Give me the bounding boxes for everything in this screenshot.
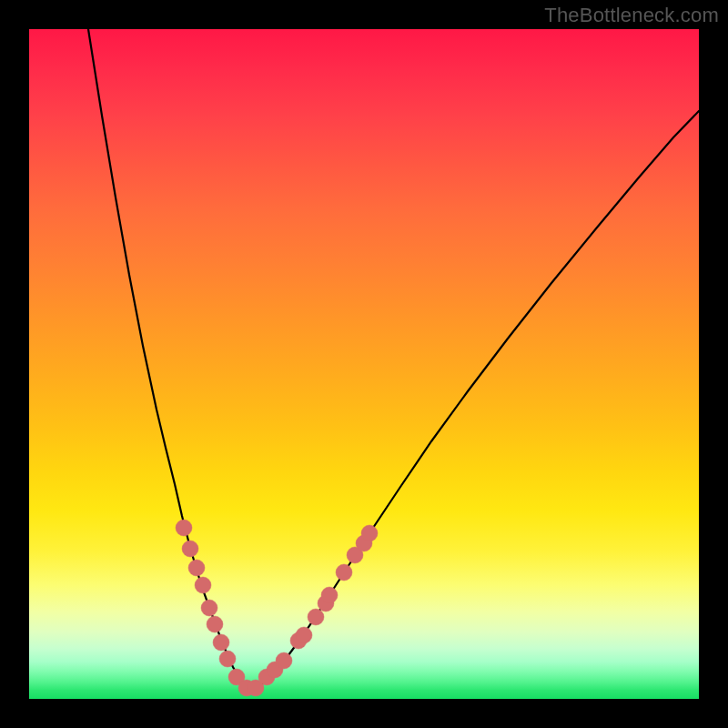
chart-frame: TheBottleneck.com bbox=[0, 0, 728, 728]
highlight-dot bbox=[276, 652, 292, 669]
highlight-dot bbox=[182, 541, 198, 557]
highlight-dot bbox=[188, 560, 205, 576]
highlight-dots bbox=[176, 520, 378, 696]
watermark-text: TheBottleneck.com bbox=[544, 4, 719, 27]
highlight-dot bbox=[361, 525, 378, 541]
highlight-dot bbox=[195, 577, 211, 593]
highlight-dot bbox=[207, 616, 223, 632]
highlight-dot bbox=[308, 609, 324, 625]
highlight-dot bbox=[201, 600, 217, 616]
highlight-dot bbox=[321, 587, 338, 603]
highlight-dot bbox=[176, 520, 192, 536]
highlight-dot bbox=[219, 651, 236, 667]
chart-svg bbox=[29, 29, 699, 699]
highlight-dot bbox=[336, 564, 352, 581]
curve-left-arm bbox=[88, 29, 251, 690]
highlight-dot bbox=[213, 634, 229, 651]
highlight-dot bbox=[296, 627, 312, 643]
plot-area bbox=[29, 29, 699, 699]
